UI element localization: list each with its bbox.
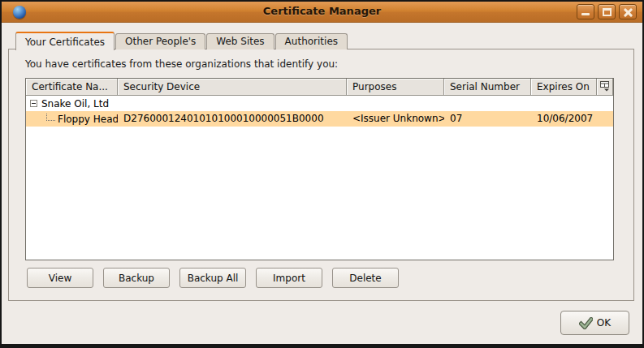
cell-expires-on: 10/06/2007: [531, 111, 597, 127]
column-header-expires-on[interactable]: Expires On: [531, 79, 597, 96]
description-text: You have certificates from these organiz…: [25, 58, 338, 70]
tab-your-certificates[interactable]: Your Certificates: [15, 32, 115, 50]
tab-authorities[interactable]: Authorities: [275, 33, 348, 49]
window-controls: [577, 4, 637, 19]
backup-button[interactable]: Backup: [103, 268, 170, 288]
action-button-row: View Backup Backup All Import Delete: [27, 268, 399, 288]
certificate-table: Certificate Na... Security Device Purpos…: [25, 78, 614, 260]
column-header-security-device[interactable]: Security Device: [118, 79, 347, 96]
cell-purposes: <Issuer Unknown>: [347, 111, 444, 127]
column-header-purposes[interactable]: Purposes: [347, 79, 444, 96]
view-button[interactable]: View: [27, 268, 93, 288]
group-name: Snake Oil, Ltd: [41, 98, 109, 110]
delete-button[interactable]: Delete: [332, 268, 399, 288]
cell-security-device: D27600012401010100010000051B0000: [118, 111, 347, 127]
tree-collapse-icon[interactable]: [30, 100, 37, 107]
titlebar[interactable]: Certificate Manager: [2, 2, 642, 23]
column-picker-button[interactable]: [597, 79, 613, 96]
table-row-group[interactable]: Snake Oil, Ltd: [26, 96, 613, 111]
backup-all-button[interactable]: Backup All: [179, 268, 246, 288]
table-row-certificate[interactable]: Floppy Head D27600012401010100010000051B…: [26, 111, 613, 127]
certificate-name: Floppy Head: [58, 114, 118, 125]
close-icon: [620, 5, 636, 19]
column-header-certificate-name[interactable]: Certificate Na...: [26, 79, 118, 96]
tree-connector: [46, 114, 55, 121]
window-title: Certificate Manager: [263, 5, 381, 17]
column-header-serial-number[interactable]: Serial Number: [444, 79, 531, 96]
minimize-button[interactable]: [577, 4, 594, 19]
table-header-row: Certificate Na... Security Device Purpos…: [26, 79, 613, 96]
ok-check-icon: [579, 317, 593, 329]
tab-web-sites[interactable]: Web Sites: [206, 33, 274, 49]
maximize-button[interactable]: [598, 4, 616, 19]
tab-panel: You have certificates from these organiz…: [8, 49, 634, 301]
table-columns-icon: [599, 80, 611, 92]
cell-serial-number: 07: [444, 111, 531, 127]
ok-button-label: OK: [597, 317, 611, 329]
ok-button[interactable]: OK: [560, 311, 629, 335]
minimize-icon: [581, 13, 590, 15]
certificate-manager-window: Certificate Manager Your Certificates Ot…: [0, 0, 644, 348]
tab-bar: Your Certificates Other People's Web Sit…: [15, 31, 348, 49]
maximize-icon: [603, 8, 612, 16]
globe-icon: [13, 6, 26, 19]
tab-other-peoples[interactable]: Other People's: [115, 33, 205, 49]
import-button[interactable]: Import: [256, 268, 322, 288]
close-button[interactable]: [619, 4, 637, 19]
